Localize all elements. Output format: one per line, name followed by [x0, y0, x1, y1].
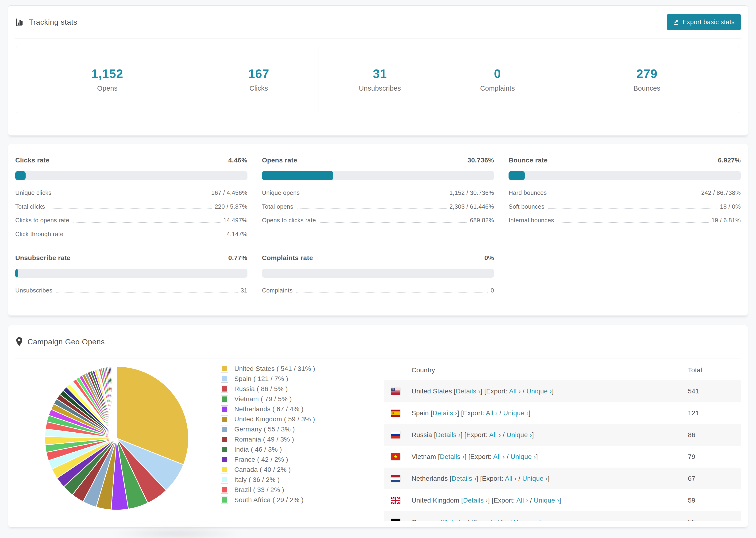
legend-color	[222, 417, 227, 422]
rate-value: 30.736%	[467, 157, 494, 164]
flag-icon-gb	[391, 497, 400, 504]
export-unique-link[interactable]: Unique ›	[513, 518, 539, 521]
total-cell: 86	[688, 431, 695, 439]
details-link[interactable]: Details ›	[463, 497, 488, 504]
details-link[interactable]: Details ›	[436, 431, 460, 439]
export-unique-link[interactable]: Unique ›	[507, 431, 532, 439]
legend-swatch	[221, 486, 228, 494]
total-cell: 79	[688, 453, 695, 460]
details-link[interactable]: Details ›	[432, 409, 457, 417]
legend-label: Romania ( 49 / 3% )	[234, 436, 294, 443]
dotted-leader	[303, 195, 447, 195]
details-link[interactable]: Details ›	[443, 518, 467, 521]
rate-block-complaints-rate: Complaints rate0%Complaints0	[262, 254, 494, 301]
rate-detail-value: 4.147%	[227, 231, 247, 237]
details-link[interactable]: Details ›	[456, 388, 480, 395]
rate-head: Opens rate30.736%	[262, 157, 494, 164]
country-name: Germany	[411, 518, 441, 521]
column-header-country: Country	[411, 366, 435, 374]
country-name: Vietnam	[411, 453, 438, 460]
rate-detail-value: 0	[491, 288, 494, 294]
legend-color	[222, 487, 227, 493]
export-all-link[interactable]: All ›	[516, 497, 528, 504]
legend-swatch	[221, 476, 228, 484]
geo-title: Campaign Geo Opens	[27, 338, 105, 346]
bracket: ] [Export:	[458, 409, 486, 417]
country-name: United States	[411, 388, 454, 395]
separator: /	[516, 475, 522, 482]
legend-label: Vietnam ( 79 / 5% )	[234, 395, 292, 403]
rate-detail-value: 167 / 4.456%	[211, 190, 247, 196]
bracket: [	[434, 431, 436, 439]
stat-label: Clicks	[249, 84, 268, 92]
rate-detail-value: 2,303 / 61.446%	[449, 204, 494, 210]
rate-detail-row: Unique clicks167 / 4.456%	[15, 190, 247, 196]
details-link[interactable]: Details ›	[452, 475, 476, 482]
total-cell: 67	[688, 475, 695, 482]
dotted-leader	[56, 293, 238, 293]
rate-block-bounce-rate: Bounce rate6.927%Hard bounces242 / 86.73…	[509, 157, 741, 245]
export-all-link[interactable]: All ›	[509, 388, 521, 395]
rate-detail-rows: Unique opens1,152 / 30.736%Total opens2,…	[262, 190, 494, 224]
dotted-leader	[55, 195, 208, 195]
country-cell: Vietnam [Details ›] [Export: All › / Uni…	[411, 453, 538, 460]
dotted-leader	[548, 208, 717, 209]
legend-label: Russia ( 86 / 5% )	[234, 385, 288, 393]
country-name: Russia	[411, 431, 434, 439]
legend-swatch	[221, 405, 228, 413]
rate-progress-fill	[262, 171, 333, 180]
export-unique-link[interactable]: Unique ›	[511, 453, 536, 460]
rate-detail-value: 18 / 0%	[720, 204, 741, 210]
total-cell: 541	[688, 388, 699, 395]
details-link[interactable]: Details ›	[440, 453, 464, 460]
rate-progress-track	[262, 171, 494, 180]
bracket: ] [Export:	[468, 518, 496, 521]
dotted-leader	[73, 222, 220, 223]
export-button-label: Export basic stats	[682, 19, 735, 26]
export-all-link[interactable]: All ›	[489, 431, 501, 439]
legend-label: India ( 46 / 3% )	[234, 446, 282, 453]
country-cell: United Kingdom [Details ›] [Export: All …	[411, 497, 561, 504]
export-unique-link[interactable]: Unique ›	[526, 388, 552, 395]
country-cell: Russia [Details ›] [Export: All › / Uniq…	[411, 431, 534, 439]
geo-pie-legend: United States ( 541 / 31% )Spain ( 121 /…	[221, 365, 315, 506]
legend-swatch	[221, 415, 228, 423]
rate-progress-fill	[15, 269, 18, 278]
rate-progress-fill	[15, 171, 26, 180]
separator: /	[505, 453, 511, 460]
bracket: ]	[539, 518, 541, 521]
rate-title: Opens rate	[262, 157, 297, 164]
rate-detail-label: Opens to clicks rate	[262, 217, 316, 224]
country-cell: Netherlands [Details ›] [Export: All › /…	[411, 475, 550, 482]
export-unique-link[interactable]: Unique ›	[503, 409, 528, 417]
stat-value: 1,152	[91, 67, 123, 81]
rate-detail-label: Unique opens	[262, 190, 300, 196]
flag-icon-es	[391, 409, 400, 417]
bracket: ] [Export:	[465, 453, 493, 460]
rate-value: 0%	[484, 254, 494, 262]
export-all-link[interactable]: All ›	[486, 409, 498, 417]
export-basic-stats-button[interactable]: Export basic stats	[667, 14, 741, 30]
rate-progress-track	[262, 269, 494, 278]
legend-label: United States ( 541 / 31% )	[234, 365, 315, 372]
export-all-link[interactable]: All ›	[493, 453, 505, 460]
legend-label: Canada ( 40 / 2% )	[234, 466, 291, 473]
country-name: United Kingdom	[411, 497, 461, 504]
stat-cell-bounces: 279Bounces	[554, 46, 740, 113]
export-unique-link[interactable]: Unique ›	[534, 497, 559, 504]
tracking-stats-header: Tracking stats Export basic stats	[15, 6, 741, 39]
country-name: Spain	[411, 409, 431, 417]
flag-icon-vn	[391, 453, 400, 460]
legend-color	[222, 427, 227, 432]
rate-detail-rows: Complaints0	[262, 288, 494, 294]
rate-progress-track	[15, 269, 247, 278]
stat-cell-clicks: 167Clicks	[199, 46, 319, 113]
legend-color	[222, 406, 227, 412]
bracket: ]	[528, 409, 530, 417]
export-all-link[interactable]: All ›	[505, 475, 516, 482]
export-all-link[interactable]: All ›	[496, 518, 508, 521]
country-name: Netherlands	[411, 475, 450, 482]
total-cell: 59	[688, 497, 695, 504]
rate-detail-row: Total opens2,303 / 61.446%	[262, 204, 494, 210]
export-unique-link[interactable]: Unique ›	[522, 475, 548, 482]
